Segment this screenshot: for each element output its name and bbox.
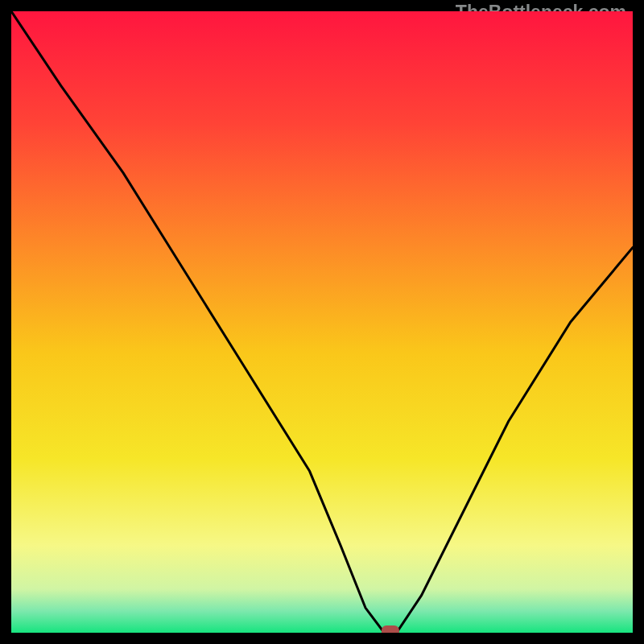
- optimal-marker: [382, 625, 399, 633]
- bottleneck-chart: [11, 11, 633, 633]
- chart-background: [11, 11, 633, 633]
